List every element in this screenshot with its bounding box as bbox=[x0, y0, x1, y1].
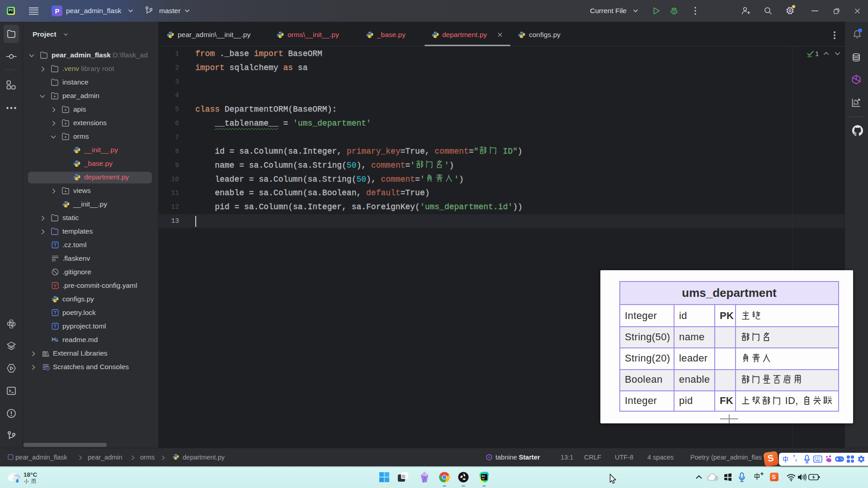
svg-text:PC: PC bbox=[482, 475, 486, 478]
